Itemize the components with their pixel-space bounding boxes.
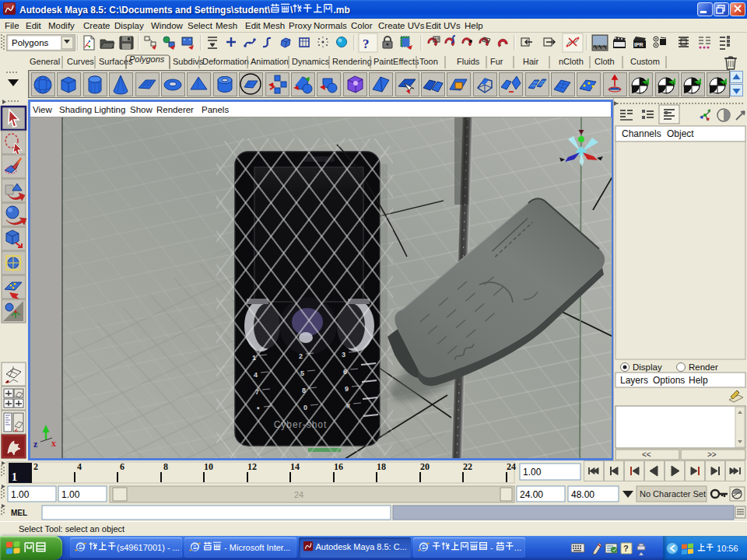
svg-text:Render: Render <box>689 362 718 372</box>
svg-text:>>: >> <box>707 450 717 459</box>
svg-text:z: z <box>33 439 38 450</box>
svg-text:MEL: MEL <box>11 509 27 517</box>
svg-text:4: 4 <box>77 461 82 472</box>
svg-text:Options: Options <box>653 375 685 386</box>
svg-text:22: 22 <box>463 461 472 472</box>
svg-text:48.00: 48.00 <box>571 489 594 500</box>
svg-text:<<: << <box>642 450 651 459</box>
svg-text:24.00: 24.00 <box>520 489 543 500</box>
svg-text:20: 20 <box>420 461 430 472</box>
svg-text:8: 8 <box>163 461 168 472</box>
svg-text:1: 1 <box>12 471 17 483</box>
svg-text:2: 2 <box>33 461 38 472</box>
svg-text:?: ? <box>623 544 629 553</box>
svg-text:16: 16 <box>334 461 343 472</box>
svg-text:6: 6 <box>120 461 124 472</box>
svg-text:1.00: 1.00 <box>61 489 80 500</box>
svg-text:Display: Display <box>633 362 662 372</box>
svg-text:IPR: IPR <box>634 42 644 47</box>
svg-text:24: 24 <box>507 461 516 472</box>
svg-text:?: ? <box>363 37 370 51</box>
svg-text:Polygons: Polygons <box>12 38 49 47</box>
svg-text:14: 14 <box>290 461 300 472</box>
svg-text:24: 24 <box>294 490 303 499</box>
svg-text:Layers: Layers <box>620 375 648 386</box>
svg-text:10: 10 <box>204 461 213 472</box>
svg-text:1.00: 1.00 <box>523 467 542 478</box>
svg-text:Channels: Channels <box>622 128 661 139</box>
svg-text:No Character Set: No Character Set <box>640 489 706 499</box>
svg-text:Help: Help <box>689 375 708 386</box>
svg-text:12: 12 <box>247 461 257 472</box>
svg-text:x: x <box>51 438 56 449</box>
svg-text:1.00: 1.00 <box>11 489 30 500</box>
svg-text:18: 18 <box>377 461 386 472</box>
svg-text:Object: Object <box>667 128 694 139</box>
